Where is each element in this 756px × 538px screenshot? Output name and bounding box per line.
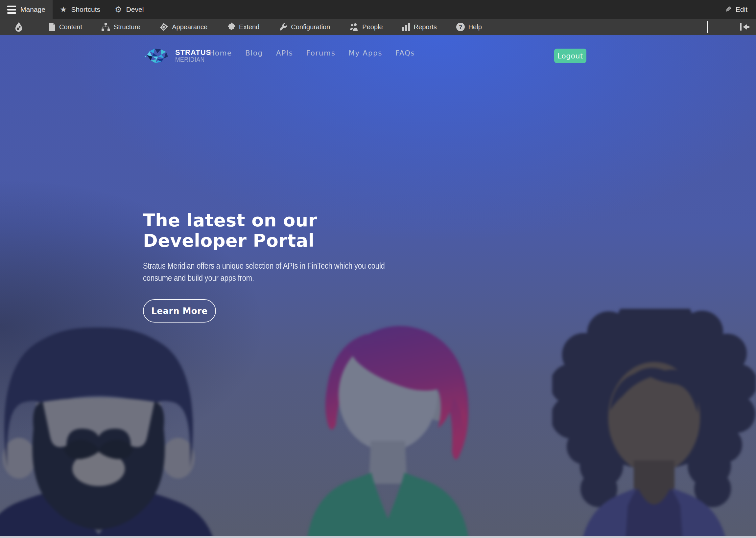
logout-button[interactable]: Logout: [554, 49, 586, 63]
learn-more-button[interactable]: Learn More: [143, 299, 216, 323]
paintbrush-icon: [159, 22, 169, 31]
admin-toolbar-tray: Content Structure Appearance Extend: [0, 19, 756, 35]
site-logo-text: STRATUS MERIDIAN: [175, 49, 211, 63]
drupal-logo-icon: [15, 22, 23, 32]
hero-copy: The latest on ourDeveloper Portal Stratu…: [143, 210, 429, 323]
puzzle-icon: [226, 22, 236, 31]
toolbar-tab-label: Devel: [126, 6, 144, 14]
tray-item-configuration[interactable]: Configuration: [276, 19, 332, 35]
main-navigation: Home Blog APIs Forums My Apps FAQs: [209, 35, 415, 71]
brain-logo-icon: [144, 47, 171, 65]
tray-item-label: Content: [59, 23, 82, 31]
tray-item-help[interactable]: ? Help: [454, 19, 484, 35]
nav-link-blog[interactable]: Blog: [245, 49, 263, 57]
people-icon: [349, 22, 359, 31]
tray-item-structure[interactable]: Structure: [99, 19, 142, 35]
hero-title-line1: The latest on our: [143, 210, 317, 231]
tray-item-label: People: [362, 23, 382, 31]
page-bottom-edge: [0, 536, 756, 538]
toolbar-tab-label: Manage: [20, 6, 45, 14]
nav-link-home[interactable]: Home: [209, 49, 232, 57]
collapse-toolbar-icon: [739, 23, 750, 31]
hamburger-icon: [7, 6, 16, 14]
tray-item-label: Help: [468, 23, 482, 31]
nav-link-faqs[interactable]: FAQs: [395, 49, 415, 57]
logo-subtitle: MERIDIAN: [175, 56, 207, 63]
tray-item-reports[interactable]: Reports: [400, 19, 439, 35]
nav-link-forums[interactable]: Forums: [306, 49, 335, 57]
logo-title: STRATUS: [175, 49, 211, 56]
tray-item-label: Appearance: [172, 23, 207, 31]
pencil-icon: ✎: [725, 5, 732, 14]
nav-link-my-apps[interactable]: My Apps: [348, 49, 382, 57]
toolbar-orientation-toggle[interactable]: [739, 19, 750, 35]
admin-toolbar: Manage ★ Shortcuts ⚙ Devel ✎ Edit: [0, 0, 756, 19]
svg-text:?: ?: [458, 24, 462, 30]
wrench-icon: [278, 22, 288, 31]
star-icon: ★: [60, 6, 67, 14]
tray-item-label: Reports: [414, 23, 437, 31]
toolbar-tab-label: Shortcuts: [71, 6, 100, 14]
bar-chart-icon: [402, 22, 411, 31]
tray-divider: [707, 21, 708, 33]
nav-link-apis[interactable]: APIs: [276, 49, 293, 57]
sitemap-icon: [101, 22, 110, 31]
site-logo[interactable]: STRATUS MERIDIAN: [144, 47, 211, 65]
gear-icon: ⚙: [115, 6, 122, 14]
tray-item-content[interactable]: Content: [46, 19, 84, 35]
hero-title-line2: Developer Portal: [143, 230, 315, 251]
tray-item-extend[interactable]: Extend: [224, 19, 261, 35]
drupal-home-button[interactable]: [10, 19, 28, 35]
tray-item-label: Structure: [114, 23, 140, 31]
edit-label: Edit: [736, 6, 747, 14]
hero-description: Stratus Meridian offers a unique selecti…: [143, 260, 395, 284]
toolbar-spacer: [151, 0, 716, 19]
file-icon: [48, 22, 56, 31]
toolbar-tab-devel[interactable]: ⚙ Devel: [107, 0, 151, 19]
tray-menu: Content Structure Appearance Extend: [0, 19, 499, 35]
toolbar-edit-button[interactable]: ✎ Edit: [717, 0, 756, 19]
hero-title: The latest on ourDeveloper Portal: [143, 210, 429, 250]
tray-item-label: Configuration: [291, 23, 330, 31]
tray-item-people[interactable]: People: [347, 19, 384, 35]
tray-item-appearance[interactable]: Appearance: [157, 19, 209, 35]
toolbar-tab-manage[interactable]: Manage: [0, 0, 53, 19]
tray-item-label: Extend: [239, 23, 259, 31]
site-header: STRATUS MERIDIAN Home Blog APIs Forums M…: [0, 35, 756, 71]
toolbar-tab-shortcuts[interactable]: ★ Shortcuts: [53, 0, 107, 19]
help-icon: ?: [456, 22, 465, 31]
